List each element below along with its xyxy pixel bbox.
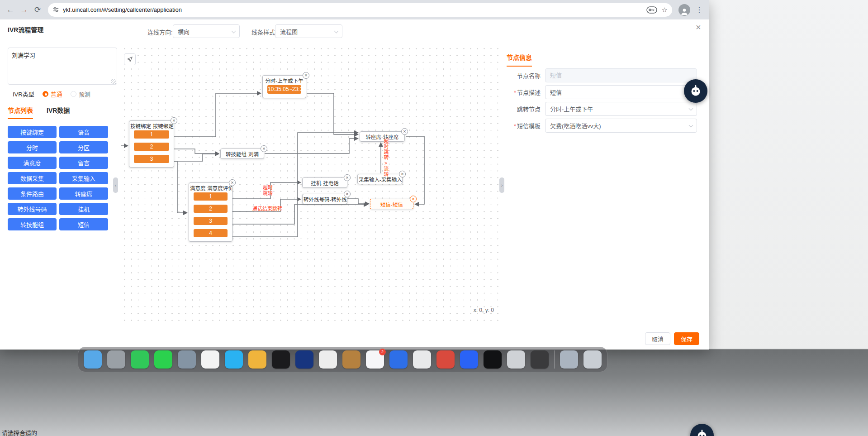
node-type-button-条件路由[interactable]: 条件路由 bbox=[8, 187, 57, 200]
node-close-icon[interactable]: × bbox=[344, 191, 351, 197]
flow-node-key-binding[interactable]: 按键绑定-按键绑定123× bbox=[129, 120, 174, 168]
node-close-icon[interactable]: × bbox=[399, 171, 406, 177]
reload-icon[interactable]: ⟳ bbox=[31, 3, 44, 17]
node-type-button-按键绑定[interactable]: 按键绑定 bbox=[8, 126, 57, 138]
node-item[interactable]: 2 bbox=[134, 143, 169, 151]
assistant-widget-bottom[interactable] bbox=[690, 424, 714, 436]
radio-dot-icon bbox=[43, 91, 48, 97]
node-type-button-转技能组[interactable]: 转技能组 bbox=[8, 218, 57, 230]
node-type-button-挂机[interactable]: 挂机 bbox=[59, 203, 108, 215]
dock-app-app-5-icon[interactable] bbox=[178, 350, 196, 369]
password-key-icon[interactable] bbox=[646, 6, 657, 14]
direction-select[interactable]: 横向 bbox=[173, 24, 240, 38]
dock-app-app-12-icon[interactable] bbox=[342, 350, 360, 369]
flow-node-agent-transfer[interactable]: 转座席-转座席× bbox=[360, 131, 405, 142]
cancel-button[interactable]: 取消 bbox=[645, 332, 670, 345]
dock-app-app-15-icon[interactable] bbox=[413, 350, 431, 369]
node-item[interactable]: 10:35:05~23:36:07 bbox=[267, 85, 301, 94]
dock-app-app-3-icon[interactable] bbox=[131, 350, 149, 369]
sms-template-select[interactable]: 欠费(吃洒吃洒vv大) bbox=[545, 119, 697, 133]
browser-window: ← → ⟳ ykf.uincall.com/#/setting/callcent… bbox=[0, 0, 709, 350]
node-title: 转座席-转座席 bbox=[360, 132, 404, 141]
node-item[interactable]: 3 bbox=[134, 155, 169, 163]
jump-node-select[interactable]: 分时-上午或下午 bbox=[545, 102, 697, 116]
node-type-button-转外线号码[interactable]: 转外线号码 bbox=[8, 203, 57, 215]
node-item[interactable]: 2 bbox=[194, 205, 228, 213]
node-type-button-转座席[interactable]: 转座席 bbox=[59, 187, 108, 200]
textarea-resize-handle[interactable] bbox=[111, 79, 116, 84]
forward-icon[interactable]: → bbox=[17, 3, 31, 17]
note-textarea[interactable]: 刘满学习 bbox=[8, 48, 117, 85]
dock-app-app-11-icon[interactable] bbox=[319, 350, 337, 369]
node-item[interactable]: 3 bbox=[194, 217, 228, 225]
radio-normal[interactable]: 普通 bbox=[43, 90, 62, 98]
tab-node-list[interactable]: 节点列表 bbox=[8, 105, 33, 119]
dock-app-app-19-icon[interactable] bbox=[507, 350, 525, 369]
dock-app-app-8-icon[interactable] bbox=[248, 350, 266, 369]
node-desc-input[interactable] bbox=[545, 85, 697, 99]
node-type-button-分时[interactable]: 分时 bbox=[8, 141, 57, 153]
radio-predict[interactable]: 预测 bbox=[71, 90, 90, 98]
node-item[interactable]: 4 bbox=[194, 229, 228, 237]
dock-app-app-14-icon[interactable] bbox=[389, 350, 408, 369]
dock-app-app-6-icon[interactable] bbox=[201, 350, 219, 369]
edge-label: 通话结束跳转 bbox=[252, 206, 282, 212]
node-item[interactable]: 1 bbox=[194, 192, 228, 201]
dock-app-app-2-icon[interactable] bbox=[107, 350, 125, 369]
field-node-desc: *节点描述 bbox=[503, 85, 697, 99]
tab-ivr-data[interactable]: IVR数据 bbox=[47, 105, 70, 119]
node-type-button-数据采集[interactable]: 数据采集 bbox=[8, 172, 57, 184]
dock-app-app-16-icon[interactable] bbox=[436, 350, 455, 369]
dock-app-app-10-icon[interactable] bbox=[295, 350, 313, 369]
node-type-button-留言[interactable]: 留言 bbox=[59, 157, 108, 169]
dock-app-app-20-icon[interactable] bbox=[531, 350, 549, 369]
back-icon[interactable]: ← bbox=[4, 3, 17, 17]
node-item[interactable]: 1 bbox=[134, 130, 169, 139]
dock-app-app-7-icon[interactable] bbox=[225, 350, 243, 369]
flow-node-sms[interactable]: 短信-短信× bbox=[370, 199, 413, 209]
flow-node-input-collect[interactable]: 采集输入-采集输入× bbox=[357, 174, 403, 184]
assistant-widget[interactable] bbox=[684, 79, 707, 103]
node-close-icon[interactable]: × bbox=[229, 179, 236, 186]
panel-collapse-handle[interactable]: › bbox=[499, 177, 504, 193]
node-title: 分时-上午或下午 bbox=[263, 76, 306, 85]
node-close-icon[interactable]: × bbox=[261, 145, 267, 152]
address-bar[interactable]: ykf.uincall.com/#/setting/callcenter/app… bbox=[48, 3, 672, 17]
sidebar-collapse-handle[interactable]: ‹ bbox=[113, 177, 118, 193]
dock-app-app-13-icon[interactable]: 2 bbox=[366, 350, 384, 369]
dock-app-folder-icon[interactable] bbox=[560, 350, 578, 369]
close-icon[interactable]: × bbox=[696, 22, 701, 33]
flow-node-skill-group[interactable]: 转技能组-刘满× bbox=[220, 149, 264, 159]
chevron-down-icon bbox=[232, 29, 236, 34]
dock-app-app-1-icon[interactable] bbox=[84, 350, 102, 369]
save-button[interactable]: 保存 bbox=[674, 332, 699, 345]
bookmark-star-icon[interactable]: ☆ bbox=[662, 6, 668, 14]
node-close-icon[interactable]: × bbox=[401, 128, 408, 135]
dock-app-app-4-icon[interactable] bbox=[154, 350, 172, 369]
flow-node-outline-number[interactable]: 转外线号码-转外线× bbox=[302, 194, 347, 204]
dock-app-app-17-icon[interactable] bbox=[460, 350, 478, 369]
flow-canvas[interactable]: x: 0, y: 0 分时-上午或下午10:35:05~23:36:07×按键绑… bbox=[121, 45, 500, 322]
node-type-button-采集输入[interactable]: 采集输入 bbox=[59, 172, 108, 184]
profile-avatar[interactable] bbox=[678, 4, 690, 16]
node-close-icon[interactable]: × bbox=[303, 72, 309, 79]
canvas-pan-tool[interactable] bbox=[124, 53, 136, 65]
browser-menu-icon[interactable]: ⋮ bbox=[694, 4, 705, 16]
dock-app-trash-icon[interactable] bbox=[583, 350, 602, 369]
dock-app-app-18-icon[interactable] bbox=[484, 350, 502, 369]
line-style-select[interactable]: 流程图 bbox=[275, 24, 342, 38]
node-type-button-分区[interactable]: 分区 bbox=[59, 141, 108, 153]
site-info-icon[interactable] bbox=[52, 6, 59, 13]
node-type-button-短信[interactable]: 短信 bbox=[59, 218, 108, 230]
node-close-icon[interactable]: × bbox=[344, 174, 351, 181]
flow-node-time-split[interactable]: 分时-上午或下午10:35:05~23:36:07× bbox=[262, 75, 306, 98]
node-name-input[interactable] bbox=[545, 68, 697, 82]
node-type-button-语音[interactable]: 语音 bbox=[59, 126, 108, 138]
flow-edge bbox=[346, 199, 369, 204]
flow-node-hangup[interactable]: 挂机-挂电话× bbox=[302, 177, 347, 188]
dock-app-app-9-icon[interactable] bbox=[272, 350, 290, 369]
node-close-icon[interactable]: × bbox=[171, 117, 177, 124]
node-close-icon[interactable]: × bbox=[410, 196, 417, 202]
node-type-button-满意度[interactable]: 满意度 bbox=[8, 157, 57, 169]
flow-node-satisfaction[interactable]: 满意度-满意度评价1234× bbox=[189, 182, 232, 242]
